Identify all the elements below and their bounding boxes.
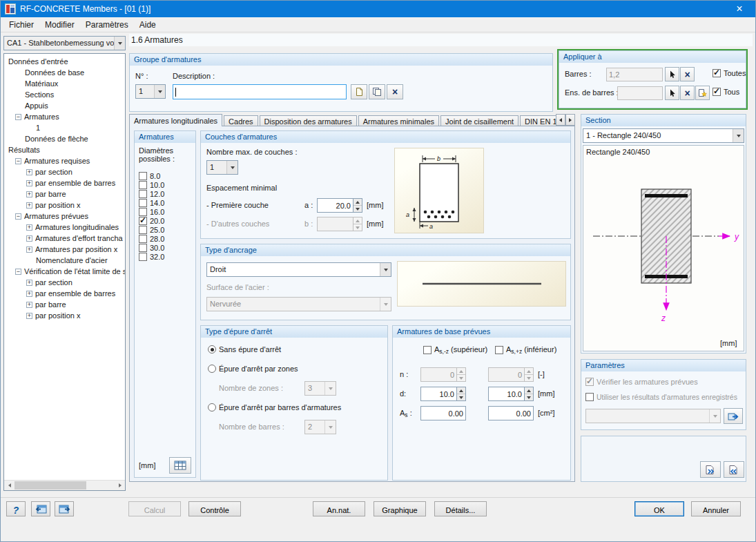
tree-item-verification-els[interactable]: Vérification de l'état limite de se [4,266,125,277]
scrollbar-thumb[interactable] [14,481,86,490]
tab-cadres[interactable]: Cadres [224,115,258,126]
section-combobox[interactable]: 1 - Rectangle 240/450 [583,128,744,143]
import-results-button[interactable] [724,408,743,424]
pick-barres-button[interactable] [665,67,679,81]
tree-item-resultats[interactable]: Résultats [4,144,125,155]
tree-item-materiaux[interactable]: Matériaux [4,78,125,89]
tree-horizontal-scrollbar[interactable] [4,480,125,490]
tree-item-par-section[interactable]: par section [4,166,125,177]
menu-item-fichier[interactable]: Fichier [3,18,39,32]
expand-icon[interactable] [26,302,32,308]
tree-item-donnees-de-fleche[interactable]: Données de flèche [4,133,125,144]
expand-icon[interactable] [26,202,32,209]
tab-disposition-armatures[interactable]: Disposition des armatures [260,115,357,126]
diameter-8-checkbox[interactable] [139,172,147,180]
utiliser-resultats-checkbox[interactable] [585,393,594,401]
d-bottom-spinner[interactable]: 10.0 [488,387,534,401]
collapse-icon[interactable] [15,158,21,164]
expand-icon[interactable] [26,291,32,297]
tree-item-armatures-longitudinales[interactable]: Armatures longitudinales [4,222,125,233]
tree-item-par-barre[interactable]: par barre [4,188,125,200]
collapse-icon[interactable] [15,114,21,120]
tree-item-armatures-requises[interactable]: Armatures requises [4,155,125,166]
tree-item-els-par-ensemble[interactable]: par ensemble de barres [4,288,125,299]
tree-item-armatures[interactable]: Armatures [4,111,125,122]
toutes-checkbox[interactable] [713,69,721,77]
diameter-28-checkbox[interactable] [139,235,147,243]
paste-settings-button[interactable] [724,461,744,478]
diameter-30-checkbox[interactable] [139,244,147,252]
tab-scroll-right-button[interactable] [565,114,575,126]
tree-item-sections[interactable]: Sections [4,89,125,100]
menu-item-parametres[interactable]: Paramètres [80,18,134,32]
expand-icon[interactable] [26,313,32,319]
help-button[interactable]: ? [6,501,26,516]
diameter-10-checkbox[interactable] [139,181,147,189]
expand-icon[interactable] [26,246,32,253]
tree-item-par-position-x[interactable]: par position x [4,200,125,211]
tree-item-par-ensemble[interactable]: par ensemble de barres [4,177,125,188]
diameter-20-checkbox[interactable] [139,217,147,225]
new-ens-button[interactable] [695,86,710,100]
expand-icon[interactable] [26,235,32,242]
collapse-icon[interactable] [15,213,21,220]
diameter-14-checkbox[interactable] [139,199,147,207]
menu-item-modifier[interactable]: Modifier [39,18,80,32]
diameter-25-checkbox[interactable] [139,226,147,234]
d-top-spinner[interactable]: 10.0 [420,387,466,401]
as-top-field[interactable]: 0.00 [420,406,466,420]
tree-item-armatures-prevues[interactable]: Armatures prévues [4,211,125,222]
expand-icon[interactable] [26,169,32,175]
pick-ens-button[interactable] [665,86,679,100]
tree-item-armatures-1[interactable]: 1 [4,122,125,133]
graphique-button[interactable]: Graphique [374,501,426,516]
tab-scroll-left-button[interactable] [556,114,565,126]
design-case-selector[interactable]: CA1 - Stahlbetonbemessung vo [3,36,126,50]
sans-epure-radio[interactable] [208,345,216,354]
spinner-arrows[interactable] [353,198,362,213]
as-bottom-checkbox[interactable] [495,346,503,354]
epure-barres-radio[interactable] [208,403,216,412]
tab-armatures-minimales[interactable]: Armatures minimales [358,115,439,126]
ancrage-type-combobox[interactable]: Droit [206,262,391,277]
a-spinner[interactable]: 20.0 [317,198,362,213]
copy-group-button[interactable] [369,84,385,99]
expand-icon[interactable] [26,180,32,186]
tree-item-armatures-position-x[interactable]: Armatures par position x [4,244,125,255]
tree-item-els-par-position-x[interactable]: par position x [4,310,125,321]
annuler-button[interactable]: Annuler [691,501,741,516]
expand-icon[interactable] [26,224,32,231]
controle-button[interactable]: Contrôle [188,501,241,516]
tree-item-els-par-section[interactable]: par section [4,277,125,288]
tab-armatures-longitudinales[interactable]: Armatures longitudinales [129,114,222,126]
scroll-left-icon[interactable] [4,481,14,490]
clear-ens-button[interactable]: × [680,86,695,100]
scroll-right-icon[interactable] [115,481,125,490]
delete-group-button[interactable]: × [387,84,403,99]
clear-barres-button[interactable]: × [680,67,695,81]
menu-item-aide[interactable]: Aide [134,18,162,32]
epure-zones-radio[interactable] [208,365,216,373]
details-button[interactable]: Détails... [434,501,487,516]
collapse-icon[interactable] [15,269,21,275]
prev-window-button[interactable] [31,501,50,516]
tree-item-nomenclature[interactable]: Nomenclature d'acier [4,255,125,266]
expand-icon[interactable] [26,280,32,286]
diameter-12-checkbox[interactable] [139,190,147,198]
new-group-button[interactable] [351,84,367,99]
expand-icon[interactable] [26,191,32,197]
as-bottom-field[interactable]: 0.00 [488,406,534,420]
group-number-combobox[interactable]: 1 [135,84,166,99]
diameter-32-checkbox[interactable] [139,253,147,261]
next-window-button[interactable] [55,501,74,516]
copy-settings-button[interactable] [700,461,721,478]
close-button[interactable]: × [724,1,755,17]
spinner-arrows[interactable] [456,387,466,401]
description-input[interactable] [173,84,347,99]
as-top-checkbox[interactable] [423,346,432,354]
tree-item-armatures-effort[interactable]: Armatures d'effort trancha [4,233,125,244]
tree-item-els-par-barre[interactable]: par barre [4,299,125,310]
tab-joint-cisaillement[interactable]: Joint de cisaillement [440,115,518,126]
edit-diameter-list-button[interactable] [169,457,191,474]
spinner-arrows[interactable] [524,387,534,401]
